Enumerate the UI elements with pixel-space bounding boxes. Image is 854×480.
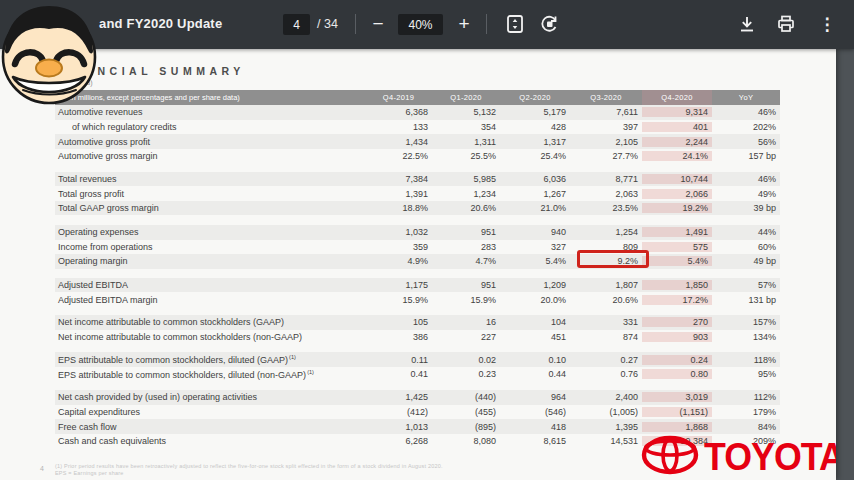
cell-value: 5,179 xyxy=(500,107,570,117)
zoom-out-button[interactable]: − xyxy=(367,13,389,35)
cell-value: 1,850 xyxy=(642,280,712,290)
row-label: Net cash provided by (used in) operating… xyxy=(55,392,365,402)
footer-page-number: 4 xyxy=(40,465,44,472)
page-number-input[interactable]: 4 xyxy=(283,14,310,35)
table-row: EPS attributable to common stockholders,… xyxy=(55,352,780,367)
table-row: of which regulatory credits1333544283974… xyxy=(55,120,780,135)
cell-value: 6,036 xyxy=(500,174,570,184)
table-row: Free cash flow1,013(895)4181,3951,86884% xyxy=(55,419,780,434)
footnote-marker: (1) xyxy=(307,369,314,375)
cell-value: 270 xyxy=(642,317,712,327)
cell-value: 7,384 xyxy=(365,174,432,184)
cell-value: 5,132 xyxy=(432,107,500,117)
row-label: EPS attributable to common stockholders,… xyxy=(55,369,365,380)
cell-value: 179% xyxy=(712,407,780,417)
cell-value: 903 xyxy=(642,332,712,342)
cell-value: 2,105 xyxy=(570,137,642,147)
cell-value: 1,425 xyxy=(365,392,432,402)
row-label: Automotive gross margin xyxy=(55,151,365,161)
cell-value: (1,151) xyxy=(642,407,712,417)
cell-value: (546) xyxy=(500,407,570,417)
cell-value: 3,019 xyxy=(642,392,712,402)
table-group: Net income attributable to common stockh… xyxy=(55,315,780,344)
cell-value: 25.4% xyxy=(500,151,570,161)
cell-value: 27.7% xyxy=(570,151,642,161)
row-label: Adjusted EBITDA margin xyxy=(55,295,365,305)
row-label: Total gross profit xyxy=(55,189,365,199)
cell-value: (455) xyxy=(432,407,500,417)
cell-value: 428 xyxy=(500,122,570,132)
cell-value: 60% xyxy=(712,242,780,252)
print-icon[interactable] xyxy=(775,13,797,35)
table-row: Total revenues7,3845,9856,0368,77110,744… xyxy=(55,172,780,187)
row-label: Income from operations xyxy=(55,242,365,252)
cell-value: 131 bp xyxy=(712,295,780,305)
cell-value: 1,175 xyxy=(365,280,432,290)
column-header: Q4-2019 xyxy=(365,90,432,105)
table-group: Operating expenses1,0329519401,2541,4914… xyxy=(55,225,780,269)
column-header: Q2-2020 xyxy=(500,90,570,105)
rotate-icon[interactable] xyxy=(539,13,561,35)
cell-value: 157% xyxy=(712,317,780,327)
cell-value: 118% xyxy=(712,355,780,365)
row-label: Net income attributable to common stockh… xyxy=(55,332,365,342)
cell-value: 5.4% xyxy=(642,256,712,266)
toyota-logo: TOYOTA xyxy=(641,435,836,479)
pdf-toolbar: and FY2020 Update 4 / 34 − 40% + ⋮ xyxy=(0,0,854,49)
row-label: Operating expenses xyxy=(55,227,365,237)
cell-value: 1,234 xyxy=(432,189,500,199)
table-row: EPS attributable to common stockholders,… xyxy=(55,367,780,382)
pdf-page: FINANCIAL SUMMARY (Unaudited) ($ in mill… xyxy=(0,49,836,480)
table-header-row: ($ in millions, except percentages and p… xyxy=(55,90,780,105)
cell-value: 49 bp xyxy=(712,256,780,266)
row-label: Automotive revenues xyxy=(55,107,365,117)
toolbar-divider xyxy=(486,14,487,34)
cell-value: 951 xyxy=(432,227,500,237)
cell-value: 39 bp xyxy=(712,203,780,213)
zoom-level-input[interactable]: 40% xyxy=(398,14,443,35)
cell-value: 5,985 xyxy=(432,174,500,184)
cell-value: 57% xyxy=(712,280,780,290)
column-header: Q3-2020 xyxy=(570,90,642,105)
cell-value: 17.2% xyxy=(642,295,712,305)
cell-value: 133 xyxy=(365,122,432,132)
table-row: Automotive revenues6,3685,1325,1797,6119… xyxy=(55,105,780,120)
cell-value: 112% xyxy=(712,392,780,402)
toyota-wordmark: TOYOTA xyxy=(704,438,836,476)
cell-value: 8,080 xyxy=(432,436,500,446)
zoom-in-button[interactable]: + xyxy=(453,13,475,35)
cell-value: 1,491 xyxy=(642,227,712,237)
cell-value: 105 xyxy=(365,317,432,327)
cell-value: 0.27 xyxy=(570,355,642,365)
cell-value: 4.9% xyxy=(365,256,432,266)
footnote-marker: (1) xyxy=(289,354,296,360)
cell-value: 1,032 xyxy=(365,227,432,237)
document-filename: and FY2020 Update xyxy=(99,16,222,31)
cell-value: 1,013 xyxy=(365,422,432,432)
cell-value: 84% xyxy=(712,422,780,432)
column-header: YoY xyxy=(712,90,780,105)
cell-value: 25.5% xyxy=(432,151,500,161)
cell-value: 8,615 xyxy=(500,436,570,446)
cell-value: 0.76 xyxy=(570,369,642,379)
more-options-icon[interactable]: ⋮ xyxy=(816,13,838,35)
row-label: of which regulatory credits xyxy=(55,122,365,132)
table-row: Adjusted EBITDA margin15.9%15.9%20.0%20.… xyxy=(55,292,780,307)
cell-value: (440) xyxy=(432,392,500,402)
download-icon[interactable] xyxy=(736,13,758,35)
row-label: Cash and cash equivalents xyxy=(55,436,365,446)
fit-to-page-icon[interactable] xyxy=(504,13,526,35)
row-label: Capital expenditures xyxy=(55,407,365,417)
cell-value: 0.10 xyxy=(500,355,570,365)
table-row: Net cash provided by (used in) operating… xyxy=(55,390,780,405)
table-row: Operating expenses1,0329519401,2541,4914… xyxy=(55,225,780,240)
table-group: Total revenues7,3845,9856,0368,77110,744… xyxy=(55,172,780,216)
cell-value: 401 xyxy=(642,122,712,132)
cell-value: 4.7% xyxy=(432,256,500,266)
cell-value: 940 xyxy=(500,227,570,237)
cell-value: 44% xyxy=(712,227,780,237)
cell-value: 19.2% xyxy=(642,203,712,213)
cell-value: 157 bp xyxy=(712,151,780,161)
cell-value: 20.6% xyxy=(570,295,642,305)
cell-value: 2,066 xyxy=(642,189,712,199)
